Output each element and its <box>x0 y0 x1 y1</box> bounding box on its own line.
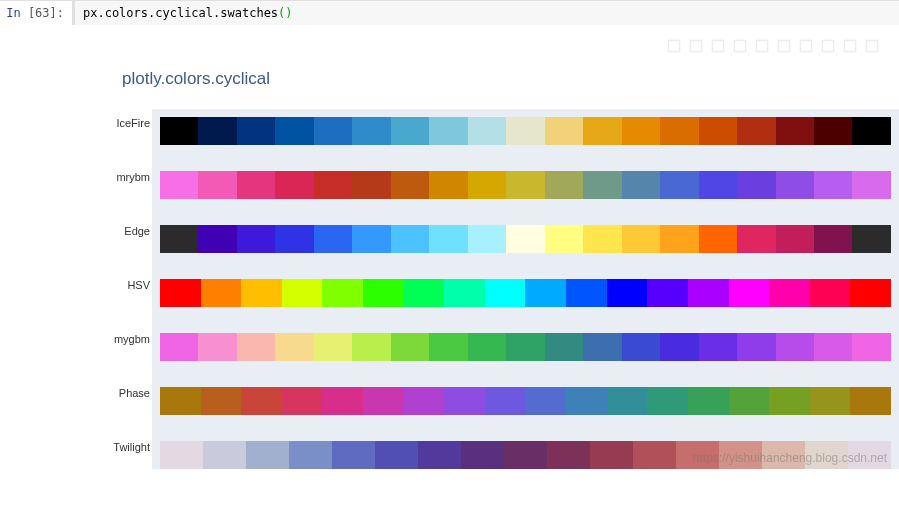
swatch-cell[interactable] <box>852 171 890 199</box>
swatch-cell[interactable] <box>237 171 275 199</box>
swatch-cell[interactable] <box>769 279 810 307</box>
swatch-cell[interactable] <box>237 117 275 145</box>
swatch-cell[interactable] <box>647 279 688 307</box>
swatch-cell[interactable] <box>241 279 282 307</box>
swatch-cell[interactable] <box>814 333 852 361</box>
swatch-cell[interactable] <box>203 441 246 469</box>
swatch-cell[interactable] <box>810 387 851 415</box>
swatch-cell[interactable] <box>545 333 583 361</box>
swatch-cell[interactable] <box>352 225 390 253</box>
swatch-bar[interactable] <box>160 333 891 361</box>
swatch-cell[interactable] <box>198 117 236 145</box>
pan-icon[interactable] <box>711 39 725 53</box>
swatch-cell[interactable] <box>729 387 770 415</box>
code-input[interactable]: px.colors.cyclical.swatches() <box>72 1 899 25</box>
swatch-cell[interactable] <box>583 171 621 199</box>
swatch-cell[interactable] <box>506 225 544 253</box>
swatch-cell[interactable] <box>660 225 698 253</box>
swatch-cell[interactable] <box>622 333 660 361</box>
swatch-cell[interactable] <box>607 279 648 307</box>
swatch-cell[interactable] <box>322 387 363 415</box>
swatch-cell[interactable] <box>805 441 848 469</box>
logo-icon[interactable] <box>865 39 879 53</box>
swatch-cell[interactable] <box>737 171 775 199</box>
swatch-cell[interactable] <box>485 387 526 415</box>
swatch-cell[interactable] <box>314 171 352 199</box>
swatch-cell[interactable] <box>525 279 566 307</box>
swatch-cell[interactable] <box>852 333 890 361</box>
swatch-cell[interactable] <box>737 117 775 145</box>
swatch-bar[interactable] <box>160 387 891 415</box>
swatch-cell[interactable] <box>275 171 313 199</box>
swatch-cell[interactable] <box>160 117 198 145</box>
swatch-cell[interactable] <box>468 171 506 199</box>
swatch-cell[interactable] <box>375 441 418 469</box>
swatch-cell[interactable] <box>314 117 352 145</box>
swatch-cell[interactable] <box>699 117 737 145</box>
swatch-cell[interactable] <box>352 333 390 361</box>
swatch-cell[interactable] <box>545 171 583 199</box>
swatch-cell[interactable] <box>699 333 737 361</box>
swatch-cell[interactable] <box>391 171 429 199</box>
swatch-cell[interactable] <box>852 117 890 145</box>
swatch-cell[interactable] <box>566 387 607 415</box>
zoom-icon[interactable] <box>689 39 703 53</box>
swatch-cell[interactable] <box>504 441 547 469</box>
swatch-cell[interactable] <box>699 225 737 253</box>
swatch-cell[interactable] <box>583 225 621 253</box>
swatch-cell[interactable] <box>314 333 352 361</box>
swatch-cell[interactable] <box>762 441 805 469</box>
autoscale-icon[interactable] <box>821 39 835 53</box>
camera-icon[interactable] <box>667 39 681 53</box>
lasso-icon[interactable] <box>755 39 769 53</box>
swatch-cell[interactable] <box>391 117 429 145</box>
swatch-cell[interactable] <box>769 387 810 415</box>
swatch-cell[interactable] <box>547 441 590 469</box>
swatch-cell[interactable] <box>468 117 506 145</box>
swatch-cell[interactable] <box>737 225 775 253</box>
swatch-cell[interactable] <box>282 279 323 307</box>
swatch-cell[interactable] <box>160 225 198 253</box>
swatch-cell[interactable] <box>848 441 891 469</box>
swatch-cell[interactable] <box>545 225 583 253</box>
swatch-cell[interactable] <box>545 117 583 145</box>
swatch-cell[interactable] <box>814 225 852 253</box>
swatch-bar[interactable] <box>160 279 891 307</box>
swatch-cell[interactable] <box>622 225 660 253</box>
swatch-cell[interactable] <box>688 387 729 415</box>
swatch-cell[interactable] <box>429 117 467 145</box>
swatch-cell[interactable] <box>850 387 891 415</box>
swatch-cell[interactable] <box>461 441 504 469</box>
swatch-cell[interactable] <box>289 441 332 469</box>
swatch-cell[interactable] <box>391 333 429 361</box>
swatch-bar[interactable] <box>160 441 891 469</box>
swatch-cell[interactable] <box>314 225 352 253</box>
swatch-cell[interactable] <box>776 333 814 361</box>
swatch-cell[interactable] <box>201 279 242 307</box>
swatch-cell[interactable] <box>237 225 275 253</box>
swatch-cell[interactable] <box>676 441 719 469</box>
swatch-cell[interactable] <box>814 117 852 145</box>
swatch-cell[interactable] <box>776 225 814 253</box>
swatch-cell[interactable] <box>506 117 544 145</box>
swatch-cell[interactable] <box>429 225 467 253</box>
swatch-cell[interactable] <box>404 279 445 307</box>
swatch-bar[interactable] <box>160 225 891 253</box>
swatch-cell[interactable] <box>275 333 313 361</box>
swatch-cell[interactable] <box>852 225 890 253</box>
swatch-cell[interactable] <box>237 333 275 361</box>
swatch-cell[interactable] <box>622 117 660 145</box>
swatch-cell[interactable] <box>352 171 390 199</box>
swatch-cell[interactable] <box>468 333 506 361</box>
swatch-cell[interactable] <box>647 387 688 415</box>
swatch-cell[interactable] <box>737 333 775 361</box>
swatch-cell[interactable] <box>198 333 236 361</box>
swatch-cell[interactable] <box>275 225 313 253</box>
swatch-cell[interactable] <box>429 171 467 199</box>
swatch-cell[interactable] <box>160 441 203 469</box>
swatch-cell[interactable] <box>814 171 852 199</box>
swatch-cell[interactable] <box>160 171 198 199</box>
swatch-cell[interactable] <box>391 225 429 253</box>
swatch-cell[interactable] <box>776 117 814 145</box>
swatch-cell[interactable] <box>485 279 526 307</box>
